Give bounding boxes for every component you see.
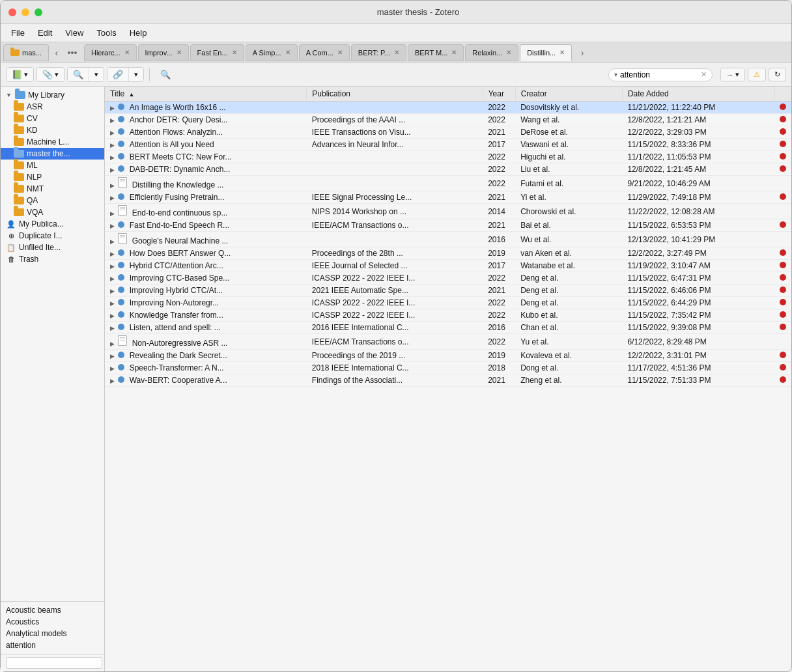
- row-expand-17[interactable]: ▶: [110, 325, 115, 331]
- tab-1[interactable]: Hierarc... ✕: [84, 44, 137, 61]
- tab-5[interactable]: A Com... ✕: [299, 44, 350, 61]
- col-header-title[interactable]: Title ▲: [105, 87, 307, 102]
- tab-more-button[interactable]: •••: [66, 46, 79, 59]
- menu-tools[interactable]: Tools: [91, 27, 121, 39]
- tag-attention[interactable]: attention: [1, 639, 104, 651]
- sidebar-item-nlp[interactable]: NLP: [1, 171, 104, 183]
- table-row[interactable]: ▶ Non-Autoregressive ASR ... IEEE/ACM Tr…: [105, 334, 791, 350]
- table-row[interactable]: ▶ How Does BERT Answer Q... Proceedings …: [105, 247, 791, 260]
- minimize-button[interactable]: [21, 8, 29, 16]
- table-row[interactable]: ▶ Revealing the Dark Secret... Proceedin…: [105, 350, 791, 362]
- sync-button[interactable]: → ▾: [721, 68, 744, 81]
- sidebar-item-my-publications[interactable]: 👤 My Publica...: [1, 218, 104, 230]
- row-expand-20[interactable]: ▶: [110, 365, 115, 372]
- tab-9-close[interactable]: ✕: [559, 49, 565, 56]
- alert-button[interactable]: ⚠: [748, 68, 766, 81]
- tab-2[interactable]: Improv... ✕: [138, 44, 189, 61]
- table-row[interactable]: ▶ BERT Meets CTC: New For... 2022 Higuch…: [105, 151, 791, 163]
- search-dropdown-icon[interactable]: ▾: [614, 71, 617, 78]
- menu-edit[interactable]: Edit: [33, 27, 57, 39]
- col-header-date-added[interactable]: Date Added: [622, 87, 774, 102]
- link-button[interactable]: 🔗: [107, 68, 129, 81]
- tab-9[interactable]: Distillin... ✕: [520, 44, 572, 61]
- sidebar-item-cv[interactable]: CV: [1, 113, 104, 124]
- search-input[interactable]: [620, 70, 698, 79]
- tab-7[interactable]: BERT M... ✕: [408, 44, 464, 61]
- tab-4[interactable]: A Simp... ✕: [246, 44, 298, 61]
- row-expand-12[interactable]: ▶: [110, 263, 115, 270]
- table-row[interactable]: ▶ Improving Non-Autoregr... ICASSP 2022 …: [105, 297, 791, 309]
- row-expand-14[interactable]: ▶: [110, 288, 115, 294]
- table-row[interactable]: ▶ Improving CTC-Based Spe... ICASSP 2022…: [105, 272, 791, 285]
- table-row[interactable]: ▶ Listen, attend and spell: ... 2016 IEE…: [105, 322, 791, 334]
- col-header-creator[interactable]: Creator: [515, 87, 622, 102]
- table-row[interactable]: ▶ Google's Neural Machine ... 2016 Wu et…: [105, 232, 791, 247]
- table-row[interactable]: ▶ Attention Flows: Analyzin... IEEE Tran…: [105, 126, 791, 139]
- tab-2-close[interactable]: ✕: [177, 49, 182, 56]
- search-icon-button[interactable]: 🔍: [155, 68, 176, 81]
- row-expand-18[interactable]: ▶: [110, 341, 115, 347]
- tab-prev-button[interactable]: ‹: [50, 46, 63, 59]
- table-row[interactable]: ▶ Distilling the Knowledge ... 2022 Futa…: [105, 176, 791, 191]
- row-expand-19[interactable]: ▶: [110, 353, 115, 359]
- refresh-button[interactable]: ↻: [769, 68, 786, 81]
- menu-view[interactable]: View: [60, 27, 89, 39]
- search-clear-icon[interactable]: ✕: [701, 70, 707, 79]
- row-expand-15[interactable]: ▶: [110, 300, 115, 307]
- close-button[interactable]: [8, 8, 16, 16]
- tab-8[interactable]: Relaxin... ✕: [465, 44, 518, 61]
- tab-3[interactable]: Fast En... ✕: [190, 44, 244, 61]
- row-expand-2[interactable]: ▶: [110, 130, 115, 136]
- sidebar-item-machine-l[interactable]: Machine L...: [1, 136, 104, 148]
- tab-folder[interactable]: mas...: [3, 44, 49, 61]
- col-header-publication[interactable]: Publication: [307, 87, 483, 102]
- tab-6[interactable]: BERT: P... ✕: [351, 44, 406, 61]
- sidebar-item-qa[interactable]: QA: [1, 195, 104, 206]
- row-expand-16[interactable]: ▶: [110, 313, 115, 319]
- row-expand-5[interactable]: ▶: [110, 167, 115, 173]
- table-row[interactable]: ▶ Improving Hybrid CTC/At... 2021 IEEE A…: [105, 285, 791, 297]
- tag-acoustics[interactable]: Acoustics: [1, 616, 104, 628]
- table-row[interactable]: ▶ Knowledge Transfer from... ICASSP 2022…: [105, 309, 791, 322]
- sidebar-item-my-library[interactable]: ▼ My Library: [1, 89, 104, 101]
- tag-acoustic-beams[interactable]: Acoustic beams: [1, 604, 104, 616]
- sidebar-item-master-thesis[interactable]: master the...: [1, 148, 104, 160]
- tag-search-input[interactable]: [6, 657, 102, 669]
- tab-1-close[interactable]: ✕: [124, 49, 130, 56]
- row-expand-0[interactable]: ▶: [110, 105, 115, 111]
- tools-lookup-button[interactable]: 🔍: [68, 68, 89, 81]
- table-row[interactable]: ▶ Hybrid CTC/Attention Arc... IEEE Journ…: [105, 260, 791, 272]
- table-row[interactable]: ▶ Anchor DETR: Query Desi... Proceedings…: [105, 114, 791, 126]
- table-row[interactable]: ▶ End-to-end continuous sp... NIPS 2014 …: [105, 204, 791, 219]
- row-expand-4[interactable]: ▶: [110, 154, 115, 161]
- table-row[interactable]: ▶ DAB-DETR: Dynamic Anch... 2022 Liu et …: [105, 163, 791, 176]
- link-more-button[interactable]: ▾: [129, 68, 143, 81]
- sidebar-item-asr[interactable]: ASR: [1, 101, 104, 113]
- row-expand-8[interactable]: ▶: [110, 210, 115, 217]
- tab-8-close[interactable]: ✕: [506, 49, 511, 56]
- tab-3-close[interactable]: ✕: [232, 49, 237, 56]
- menu-file[interactable]: File: [6, 27, 30, 39]
- row-expand-10[interactable]: ▶: [110, 238, 115, 245]
- tag-analytical-models[interactable]: Analytical models: [1, 628, 104, 639]
- sidebar-item-kd[interactable]: KD: [1, 124, 104, 136]
- tab-5-close[interactable]: ✕: [337, 49, 343, 56]
- sidebar-item-nmt[interactable]: NMT: [1, 183, 104, 195]
- table-row[interactable]: ▶ Speech-Transformer: A N... 2018 IEEE I…: [105, 362, 791, 374]
- table-row[interactable]: ▶ Wav-BERT: Cooperative A... Findings of…: [105, 374, 791, 387]
- tab-7-close[interactable]: ✕: [451, 49, 457, 56]
- tab-next-button[interactable]: ›: [576, 46, 589, 59]
- row-expand-13[interactable]: ▶: [110, 275, 115, 282]
- row-expand-11[interactable]: ▶: [110, 251, 115, 257]
- sidebar-item-duplicates[interactable]: ⊕ Duplicate I...: [1, 230, 104, 242]
- col-header-year[interactable]: Year: [483, 87, 515, 102]
- table-row[interactable]: ▶ An Image is Worth 16x16 ... 2022 Dosov…: [105, 102, 791, 114]
- table-row[interactable]: ▶ Attention is All you Need Advances in …: [105, 139, 791, 151]
- table-row[interactable]: ▶ Fast End-to-End Speech R... IEEE/ACM T…: [105, 219, 791, 232]
- row-expand-6[interactable]: ▶: [110, 182, 115, 189]
- maximize-button[interactable]: [35, 8, 42, 16]
- sidebar-item-ml[interactable]: ML: [1, 160, 104, 171]
- row-expand-9[interactable]: ▶: [110, 223, 115, 229]
- row-expand-3[interactable]: ▶: [110, 142, 115, 148]
- sidebar-item-vqa[interactable]: VQA: [1, 206, 104, 218]
